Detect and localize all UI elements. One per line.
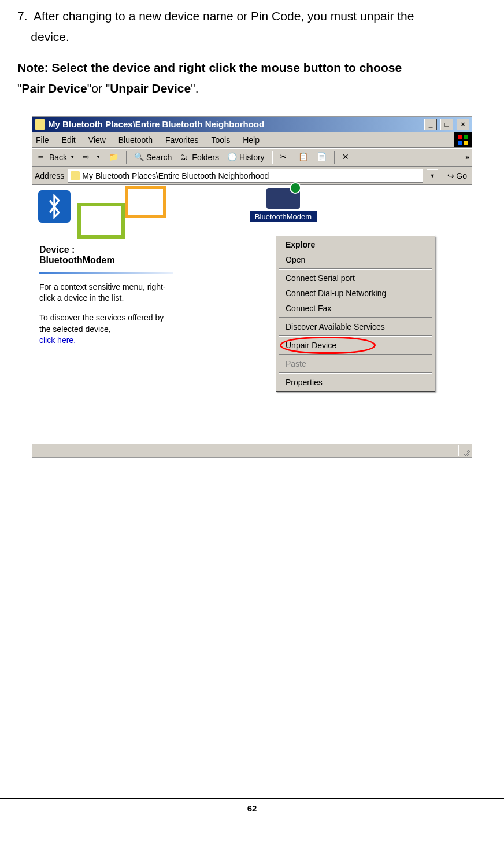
paste-button[interactable]: 📄 <box>314 151 329 164</box>
menu-bluetooth[interactable]: Bluetooth <box>118 135 153 145</box>
instruction-text: 7. After changing to a new device name o… <box>17 6 487 47</box>
chevron-down-icon: ▼ <box>96 154 101 160</box>
resize-grip-icon[interactable] <box>460 444 472 457</box>
svg-rect-0 <box>458 135 462 139</box>
delete-icon: ✕ <box>342 152 353 163</box>
svg-rect-3 <box>464 141 468 145</box>
app-icon <box>35 119 45 130</box>
menubar: File Edit View Bluetooth Favorites Tools… <box>32 132 472 148</box>
context-menu: Explore Open Connect Serial port Connect… <box>276 235 435 392</box>
menu-divider <box>279 335 432 337</box>
history-icon: 🕘 <box>227 152 238 163</box>
right-pane: BluetoothModem Explore Open Connect Seri… <box>180 186 472 443</box>
copy-icon: 📋 <box>298 152 309 163</box>
menu-divider <box>279 317 432 318</box>
statusbar <box>32 443 472 457</box>
forward-icon: ⇨ <box>83 152 93 163</box>
menu-favorites[interactable]: Favorites <box>165 135 199 145</box>
page-number: 62 <box>247 803 257 813</box>
close-button[interactable]: × <box>457 119 469 130</box>
address-bar: Address My Bluetooth Places\Entire Bluet… <box>32 167 472 185</box>
chevron-down-icon: ▼ <box>70 154 75 160</box>
delete-button[interactable]: ✕ <box>340 151 355 164</box>
minimize-button[interactable]: _ <box>424 119 437 130</box>
cut-icon: ✂ <box>280 152 290 163</box>
ctx-open[interactable]: Open <box>277 252 433 267</box>
svg-rect-1 <box>464 135 468 139</box>
address-input[interactable]: My Bluetooth Places\Entire Bluetooth Nei… <box>68 169 423 183</box>
up-button[interactable]: 📁 <box>106 151 121 164</box>
help-text: For a context sensitive menu, right-clic… <box>32 282 180 346</box>
address-dropdown[interactable]: ▼ <box>427 169 438 182</box>
menu-divider <box>279 372 432 374</box>
device-name: BluetoothModem <box>32 255 180 271</box>
go-button[interactable]: ↪ Go <box>445 171 469 180</box>
history-button[interactable]: 🕘 History <box>225 151 267 164</box>
search-icon: 🔍 <box>134 152 144 163</box>
back-button[interactable]: ⇦ Back ▼ <box>35 151 77 164</box>
toolbar: ⇦ Back ▼ ⇨ ▼ 📁 🔍 Search 🗂 Folders 🕘 <box>32 148 472 167</box>
menu-file[interactable]: File <box>36 135 49 145</box>
page-footer: 62 <box>0 798 504 813</box>
window-title: My Bluetooth Places\Entire Bluetooth Nei… <box>48 119 421 129</box>
forward-button[interactable]: ⇨ ▼ <box>80 151 103 164</box>
up-folder-icon: 📁 <box>109 152 119 163</box>
menu-edit[interactable]: Edit <box>62 135 76 145</box>
ctx-properties[interactable]: Properties <box>277 375 433 390</box>
separator <box>272 151 273 164</box>
paste-icon: 📄 <box>317 152 327 163</box>
back-icon: ⇦ <box>37 152 47 163</box>
address-icon <box>71 171 80 180</box>
note-text: Note: Select the device and right click … <box>17 57 487 98</box>
ctx-unpair[interactable]: Unpair Device <box>277 338 433 353</box>
bluetooth-icon <box>38 190 71 223</box>
device-label: Device : <box>32 241 180 255</box>
cut-button[interactable]: ✂ <box>277 151 292 164</box>
device-item-label: BluetoothModem <box>250 211 317 223</box>
banner-graphic <box>32 186 180 241</box>
menu-view[interactable]: View <box>88 135 106 145</box>
toolbar-more[interactable]: » <box>465 153 469 161</box>
go-icon: ↪ <box>447 171 454 180</box>
modem-icon <box>266 188 300 209</box>
ctx-paste: Paste <box>277 356 433 371</box>
folders-button[interactable]: 🗂 Folders <box>177 151 221 164</box>
click-here-link[interactable]: click here. <box>39 335 76 345</box>
left-pane: Device : BluetoothModem For a context se… <box>32 186 180 443</box>
address-label: Address <box>35 171 64 180</box>
menu-divider <box>279 268 432 270</box>
separator <box>334 151 335 164</box>
svg-rect-2 <box>458 141 462 145</box>
address-value: My Bluetooth Places\Entire Bluetooth Nei… <box>82 171 269 180</box>
divider <box>39 272 173 274</box>
ctx-discover[interactable]: Discover Available Services <box>277 319 433 334</box>
content-area: Device : BluetoothModem For a context se… <box>32 185 472 443</box>
ctx-connect-dialup[interactable]: Connect Dial-up Networking <box>277 286 433 301</box>
maximize-button[interactable]: □ <box>440 119 453 130</box>
titlebar: My Bluetooth Places\Entire Bluetooth Nei… <box>32 117 472 132</box>
menu-help[interactable]: Help <box>243 135 260 145</box>
ctx-connect-serial[interactable]: Connect Serial port <box>277 271 433 286</box>
instruction-number: 7. <box>17 9 28 23</box>
device-item[interactable]: BluetoothModem <box>250 188 317 223</box>
screenshot-window: My Bluetooth Places\Entire Bluetooth Nei… <box>32 116 472 458</box>
folders-icon: 🗂 <box>180 152 190 163</box>
menu-tools[interactable]: Tools <box>212 135 231 145</box>
menu-divider <box>279 354 432 355</box>
separator <box>126 151 127 164</box>
windows-flag-icon <box>454 132 472 147</box>
ctx-connect-fax[interactable]: Connect Fax <box>277 301 433 316</box>
copy-button[interactable]: 📋 <box>296 151 311 164</box>
ctx-explore[interactable]: Explore <box>277 237 433 252</box>
search-button[interactable]: 🔍 Search <box>132 151 174 164</box>
